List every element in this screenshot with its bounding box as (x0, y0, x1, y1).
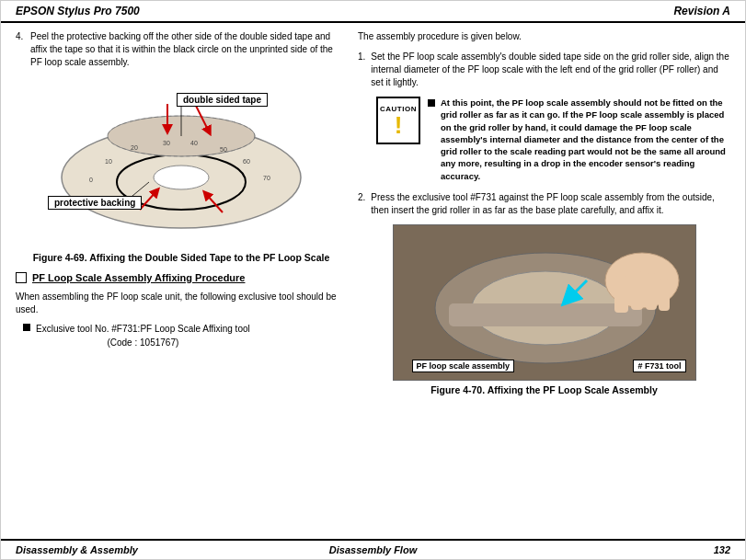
step-1-text: Set the PF loop scale assembly's double … (371, 51, 730, 89)
svg-text:70: 70 (263, 175, 270, 181)
caution-exclaim: ! (395, 113, 403, 137)
step-1-num: 1. (358, 51, 365, 89)
left-column: 4. Peel the protective backing off the o… (16, 30, 347, 531)
intro-paragraph: 4. Peel the protective backing off the o… (16, 30, 347, 69)
right-column: The assembly procedure is given below. 1… (358, 30, 730, 531)
svg-rect-27 (614, 276, 628, 313)
svg-text:10: 10 (105, 158, 112, 165)
svg-text:50: 50 (220, 146, 227, 153)
page-wrapper: EPSON Stylus Pro 7500 Revision A 4. Peel… (0, 0, 746, 560)
svg-text:0: 0 (89, 177, 93, 183)
bullet-square-icon (23, 324, 30, 331)
step-2: 2. Press the exclusive tool #F731 agains… (358, 191, 730, 217)
tool-text: Exclusive tool No. #F731:PF Loop Scale A… (36, 322, 250, 349)
step-2-num: 2. (358, 191, 365, 217)
svg-rect-29 (646, 273, 657, 310)
svg-text:60: 60 (243, 158, 250, 165)
caution-bullet (428, 99, 435, 107)
step-2-text: Press the exclusive tool #F731 against t… (371, 191, 730, 217)
caution-block: CAUTION ! At this point, the PF loop sca… (376, 97, 730, 182)
intro-text-content: Peel the protective backing off the othe… (30, 31, 333, 67)
step-list: 1. Set the PF loop scale assembly's doub… (358, 51, 730, 217)
photo-area: PF loop scale assembly # F731 tool (393, 224, 696, 381)
svg-rect-30 (659, 279, 670, 311)
photo-label-tool: # F731 tool (633, 360, 685, 372)
diagram-container: 0 10 20 30 40 50 60 70 (39, 76, 324, 246)
caution-icon: CAUTION ! (376, 97, 420, 144)
footer: Disassembly & Assembly Disassembly Flow … (1, 539, 745, 559)
photo-label-assembly: PF loop scale assembly (412, 360, 515, 372)
tool-name: Exclusive tool No. #F731:PF Loop Scale A… (36, 322, 250, 336)
figure-4-69-caption: Figure 4-69. Affixing the Double Sided T… (16, 252, 347, 263)
svg-text:40: 40 (190, 140, 198, 146)
double-sided-tape-label: double sided tape (177, 93, 268, 107)
main-content: 4. Peel the protective backing off the o… (1, 23, 745, 539)
section-title-box: PF Loop Scale Assembly Affixing Procedur… (16, 272, 347, 283)
footer-right: 132 (492, 544, 730, 555)
tool-bullet: Exclusive tool No. #F731:PF Loop Scale A… (23, 322, 347, 349)
figure-4-70-caption: Figure 4-70. Affixing the PF Loop Scale … (388, 384, 701, 395)
svg-rect-28 (631, 271, 643, 310)
section-title: PF Loop Scale Assembly Affixing Procedur… (32, 272, 245, 283)
photo-svg (394, 225, 696, 381)
step-1: 1. Set the PF loop scale assembly's doub… (358, 51, 730, 89)
right-assembly-intro: The assembly procedure is given below. (358, 30, 730, 43)
svg-text:30: 30 (163, 140, 170, 146)
photo-wrapper: PF loop scale assembly # F731 tool Figur… (388, 224, 701, 395)
svg-text:20: 20 (131, 144, 138, 151)
caution-text-content: At this point, the PF loop scale assembl… (441, 97, 730, 182)
step-number-4: 4. (16, 30, 23, 43)
footer-center: Disassembly Flow (254, 544, 492, 555)
footer-left: Disassembly & Assembly (16, 544, 254, 555)
header-revision: Revision A (673, 5, 730, 17)
svg-point-1 (154, 166, 209, 189)
svg-rect-24 (449, 303, 642, 326)
protective-backing-label: protective backing (48, 196, 142, 210)
assembly-intro-text: When assembling the PF loop scale unit, … (16, 291, 347, 316)
tool-code: (Code : 1051767) (36, 336, 250, 349)
checkbox-icon (16, 272, 27, 283)
header-title: EPSON Stylus Pro 7500 (16, 5, 140, 17)
header: EPSON Stylus Pro 7500 Revision A (1, 1, 745, 23)
